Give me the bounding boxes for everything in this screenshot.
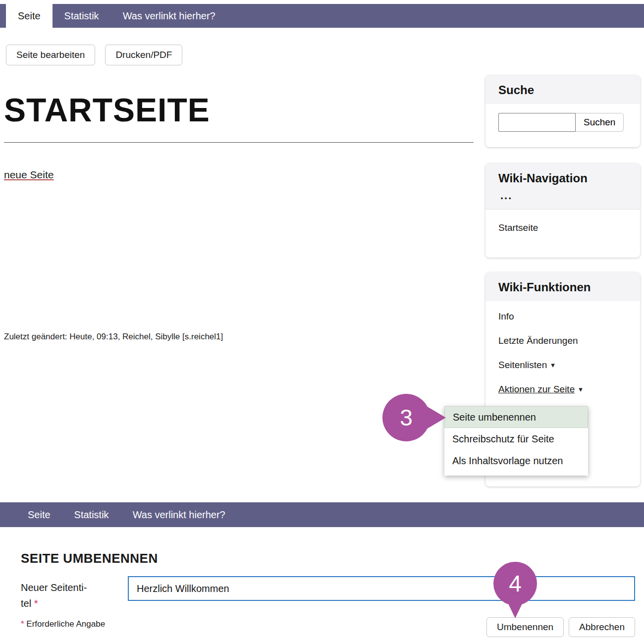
page-action-toolbar: Seite bearbeiten Drucken/PDF bbox=[6, 45, 182, 65]
menu-item-seite-umbenennen[interactable]: Seite umbenennen bbox=[444, 406, 588, 428]
rename-submit-button[interactable]: Umbenennen bbox=[486, 617, 564, 637]
nav-link-startseite[interactable]: Startseite bbox=[498, 222, 538, 233]
tab-seite[interactable]: Seite bbox=[16, 502, 62, 527]
tab-was-verlinkt-hierher[interactable]: Was verlinkt hierher? bbox=[111, 4, 227, 28]
caret-down-icon: ▾ bbox=[551, 361, 555, 370]
search-button[interactable]: Suchen bbox=[576, 113, 624, 132]
tab-statistik[interactable]: Statistik bbox=[62, 502, 121, 527]
required-asterisk: * bbox=[34, 598, 38, 609]
wiki-functions-body: Info Letzte Änderungen Seitenlisten ▾ Ak… bbox=[485, 301, 640, 405]
rename-form-heading: SEITE UMBENENNEN bbox=[21, 551, 158, 566]
search-panel: Suche Suchen bbox=[485, 75, 640, 147]
bottom-tab-bar: Seite Statistik Was verlinkt hierher? bbox=[0, 502, 644, 527]
function-item-label: Letzte Änderungen bbox=[498, 335, 578, 346]
tab-seite[interactable]: Seite bbox=[6, 4, 53, 28]
function-item-aktionen-zur-seite[interactable]: Aktionen zur Seite ▾ bbox=[498, 384, 627, 395]
wiki-navigation-body: Startseite bbox=[485, 209, 640, 246]
required-asterisk: * bbox=[21, 619, 24, 629]
search-panel-header: Suche bbox=[485, 75, 640, 104]
tab-was-verlinkt-hierher[interactable]: Was verlinkt hierher? bbox=[121, 502, 237, 527]
menu-item-schreibschutz[interactable]: Schreibschutz für Seite bbox=[444, 428, 588, 450]
function-item-label: Info bbox=[498, 311, 514, 322]
navigation-ellipsis[interactable]: ... bbox=[485, 185, 640, 209]
top-tab-bar: Seite Statistik Was verlinkt hierher? bbox=[0, 4, 644, 28]
search-input[interactable] bbox=[498, 113, 576, 132]
new-title-label-line1: Neuer Seitenti- bbox=[21, 582, 87, 593]
page-title: STARTSEITE bbox=[4, 91, 210, 129]
tab-statistik[interactable]: Statistik bbox=[53, 4, 111, 28]
search-panel-title: Suche bbox=[498, 83, 627, 97]
function-item-label: Aktionen zur Seite bbox=[498, 384, 575, 395]
caret-down-icon: ▾ bbox=[579, 385, 583, 394]
print-pdf-button[interactable]: Drucken/PDF bbox=[105, 45, 182, 65]
wiki-navigation-panel: Wiki-Navigation ... Startseite bbox=[485, 163, 640, 258]
new-title-label-line2: tel bbox=[21, 598, 31, 609]
step-3-callout: 3 bbox=[382, 394, 430, 441]
function-item-seitenlisten[interactable]: Seitenlisten ▾ bbox=[498, 360, 627, 371]
form-buttons: Umbenennen Abbrechen bbox=[486, 617, 635, 637]
wiki-functions-header: Wiki-Funktionen bbox=[485, 272, 640, 301]
edit-page-button[interactable]: Seite bearbeiten bbox=[6, 45, 95, 65]
menu-item-inhaltsvorlage[interactable]: Als Inhaltsvorlage nutzen bbox=[444, 450, 588, 472]
function-item-label: Seitenlisten bbox=[498, 360, 547, 371]
search-row: Suchen bbox=[485, 104, 640, 141]
step-4-callout: 4 bbox=[493, 562, 537, 605]
wiki-navigation-title: Wiki-Navigation bbox=[498, 171, 627, 185]
wiki-functions-title: Wiki-Funktionen bbox=[498, 280, 627, 294]
wiki-navigation-header: Wiki-Navigation bbox=[485, 163, 640, 185]
function-item-letzte-aenderungen[interactable]: Letzte Änderungen bbox=[498, 335, 627, 346]
required-note: * Erforderliche Angabe bbox=[21, 619, 105, 629]
title-divider bbox=[4, 142, 474, 143]
rename-cancel-button[interactable]: Abbrechen bbox=[569, 617, 635, 637]
new-title-label: Neuer Seitenti- tel * bbox=[21, 580, 120, 611]
function-item-info[interactable]: Info bbox=[498, 311, 627, 322]
last-modified-text: Zuletzt geändert: Heute, 09:13, Reichel,… bbox=[4, 332, 223, 342]
new-page-title-input[interactable] bbox=[128, 576, 635, 601]
wiki-page-link-neue-seite[interactable]: neue Seite bbox=[4, 169, 54, 181]
page-actions-dropdown: Seite umbenennen Schreibschutz für Seite… bbox=[444, 406, 588, 476]
required-note-text: Erforderliche Angabe bbox=[26, 619, 105, 629]
